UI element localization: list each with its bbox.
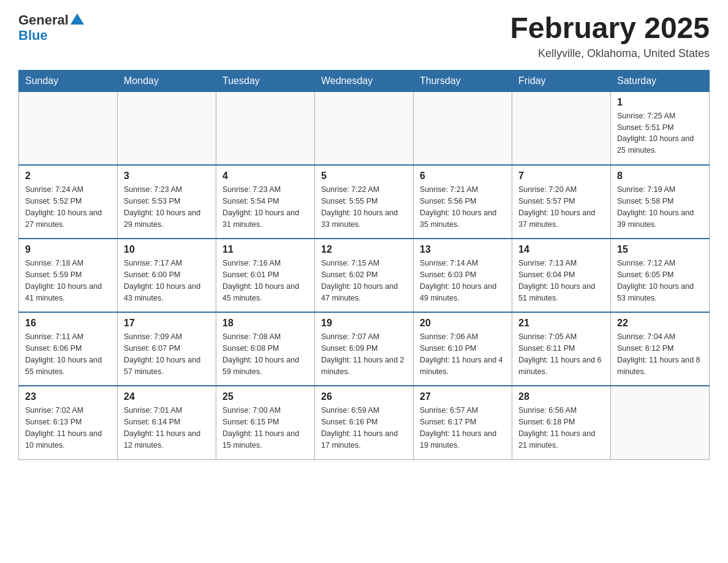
day-number: 7	[518, 170, 604, 182]
calendar-day-cell	[216, 91, 315, 165]
day-number: 15	[617, 244, 703, 255]
day-info: Sunrise: 7:24 AMSunset: 5:52 PMDaylight:…	[25, 184, 111, 230]
calendar-header-row: SundayMondayTuesdayWednesdayThursdayFrid…	[19, 70, 710, 91]
day-info: Sunrise: 7:14 AMSunset: 6:03 PMDaylight:…	[420, 258, 506, 304]
calendar-day-cell	[611, 386, 710, 459]
svg-marker-0	[70, 13, 84, 25]
calendar-day-cell: 9Sunrise: 7:18 AMSunset: 5:59 PMDaylight…	[19, 239, 118, 312]
day-info: Sunrise: 7:08 AMSunset: 6:08 PMDaylight:…	[222, 331, 308, 377]
day-info: Sunrise: 7:04 AMSunset: 6:12 PMDaylight:…	[617, 331, 703, 377]
day-info: Sunrise: 7:16 AMSunset: 6:01 PMDaylight:…	[222, 258, 308, 304]
day-number: 10	[124, 244, 210, 255]
day-info: Sunrise: 7:11 AMSunset: 6:06 PMDaylight:…	[25, 331, 111, 377]
calendar-day-cell: 26Sunrise: 6:59 AMSunset: 6:16 PMDayligh…	[315, 386, 414, 459]
calendar-day-cell: 22Sunrise: 7:04 AMSunset: 6:12 PMDayligh…	[611, 312, 710, 386]
header-saturday: Saturday	[611, 70, 710, 91]
day-number: 9	[25, 244, 111, 255]
calendar-day-cell: 8Sunrise: 7:19 AMSunset: 5:58 PMDaylight…	[611, 165, 710, 239]
calendar-week-row: 16Sunrise: 7:11 AMSunset: 6:06 PMDayligh…	[19, 312, 710, 386]
day-number: 28	[518, 391, 604, 402]
calendar-day-cell: 21Sunrise: 7:05 AMSunset: 6:11 PMDayligh…	[512, 312, 611, 386]
calendar-day-cell: 20Sunrise: 7:06 AMSunset: 6:10 PMDayligh…	[414, 312, 512, 386]
day-info: Sunrise: 7:17 AMSunset: 6:00 PMDaylight:…	[124, 258, 210, 304]
calendar-day-cell	[512, 91, 611, 165]
day-info: Sunrise: 7:09 AMSunset: 6:07 PMDaylight:…	[124, 331, 210, 377]
title-area: February 2025 Kellyville, Oklahoma, Unit…	[510, 12, 710, 60]
calendar-day-cell	[118, 91, 216, 165]
logo-text-blue: Blue	[18, 28, 48, 43]
day-info: Sunrise: 6:56 AMSunset: 6:18 PMDaylight:…	[518, 405, 604, 451]
calendar-day-cell	[414, 91, 512, 165]
day-number: 5	[321, 170, 407, 182]
calendar-day-cell: 1Sunrise: 7:25 AMSunset: 5:51 PMDaylight…	[611, 91, 710, 165]
calendar-day-cell: 27Sunrise: 6:57 AMSunset: 6:17 PMDayligh…	[414, 386, 512, 459]
day-info: Sunrise: 7:23 AMSunset: 5:54 PMDaylight:…	[222, 184, 308, 230]
calendar-day-cell: 14Sunrise: 7:13 AMSunset: 6:04 PMDayligh…	[512, 239, 611, 312]
header-wednesday: Wednesday	[315, 70, 414, 91]
calendar-day-cell: 19Sunrise: 7:07 AMSunset: 6:09 PMDayligh…	[315, 312, 414, 386]
calendar-day-cell: 24Sunrise: 7:01 AMSunset: 6:14 PMDayligh…	[118, 386, 216, 459]
day-info: Sunrise: 7:23 AMSunset: 5:53 PMDaylight:…	[124, 184, 210, 230]
day-info: Sunrise: 6:59 AMSunset: 6:16 PMDaylight:…	[321, 405, 407, 451]
day-number: 19	[321, 318, 407, 329]
day-number: 27	[420, 391, 506, 402]
calendar-day-cell: 25Sunrise: 7:00 AMSunset: 6:15 PMDayligh…	[216, 386, 315, 459]
day-info: Sunrise: 7:13 AMSunset: 6:04 PMDaylight:…	[518, 258, 604, 304]
calendar-day-cell: 2Sunrise: 7:24 AMSunset: 5:52 PMDaylight…	[19, 165, 118, 239]
day-number: 26	[321, 391, 407, 402]
day-info: Sunrise: 7:00 AMSunset: 6:15 PMDaylight:…	[222, 405, 308, 451]
day-info: Sunrise: 6:57 AMSunset: 6:17 PMDaylight:…	[420, 405, 506, 451]
calendar-week-row: 1Sunrise: 7:25 AMSunset: 5:51 PMDaylight…	[19, 91, 710, 165]
day-info: Sunrise: 7:25 AMSunset: 5:51 PMDaylight:…	[617, 110, 703, 156]
calendar-day-cell: 23Sunrise: 7:02 AMSunset: 6:13 PMDayligh…	[19, 386, 118, 459]
calendar-day-cell	[19, 91, 118, 165]
day-number: 18	[222, 318, 308, 329]
day-info: Sunrise: 7:05 AMSunset: 6:11 PMDaylight:…	[518, 331, 604, 377]
day-number: 12	[321, 244, 407, 255]
calendar-day-cell: 28Sunrise: 6:56 AMSunset: 6:18 PMDayligh…	[512, 386, 611, 459]
logo: General Blue	[18, 12, 84, 43]
calendar-day-cell: 5Sunrise: 7:22 AMSunset: 5:55 PMDaylight…	[315, 165, 414, 239]
header-tuesday: Tuesday	[216, 70, 315, 91]
calendar-day-cell: 18Sunrise: 7:08 AMSunset: 6:08 PMDayligh…	[216, 312, 315, 386]
calendar-day-cell: 10Sunrise: 7:17 AMSunset: 6:00 PMDayligh…	[118, 239, 216, 312]
day-number: 14	[518, 244, 604, 255]
header-thursday: Thursday	[414, 70, 512, 91]
day-number: 2	[25, 170, 111, 182]
header-friday: Friday	[512, 70, 611, 91]
day-number: 4	[222, 170, 308, 182]
day-info: Sunrise: 7:01 AMSunset: 6:14 PMDaylight:…	[124, 405, 210, 451]
day-number: 23	[25, 391, 111, 402]
calendar-week-row: 2Sunrise: 7:24 AMSunset: 5:52 PMDaylight…	[19, 165, 710, 239]
day-number: 16	[25, 318, 111, 329]
day-info: Sunrise: 7:21 AMSunset: 5:56 PMDaylight:…	[420, 184, 506, 230]
page-header: General Blue February 2025 Kellyville, O…	[18, 12, 710, 60]
day-info: Sunrise: 7:06 AMSunset: 6:10 PMDaylight:…	[420, 331, 506, 377]
calendar-week-row: 9Sunrise: 7:18 AMSunset: 5:59 PMDaylight…	[19, 239, 710, 312]
day-info: Sunrise: 7:19 AMSunset: 5:58 PMDaylight:…	[617, 184, 703, 230]
day-info: Sunrise: 7:22 AMSunset: 5:55 PMDaylight:…	[321, 184, 407, 230]
day-info: Sunrise: 7:07 AMSunset: 6:09 PMDaylight:…	[321, 331, 407, 377]
calendar-title: February 2025	[510, 12, 710, 45]
day-number: 20	[420, 318, 506, 329]
logo-triangle-icon	[70, 12, 84, 26]
calendar-day-cell: 6Sunrise: 7:21 AMSunset: 5:56 PMDaylight…	[414, 165, 512, 239]
header-monday: Monday	[118, 70, 216, 91]
day-number: 24	[124, 391, 210, 402]
calendar-day-cell: 7Sunrise: 7:20 AMSunset: 5:57 PMDaylight…	[512, 165, 611, 239]
calendar-day-cell: 15Sunrise: 7:12 AMSunset: 6:05 PMDayligh…	[611, 239, 710, 312]
calendar-week-row: 23Sunrise: 7:02 AMSunset: 6:13 PMDayligh…	[19, 386, 710, 459]
calendar-day-cell: 3Sunrise: 7:23 AMSunset: 5:53 PMDaylight…	[118, 165, 216, 239]
day-info: Sunrise: 7:18 AMSunset: 5:59 PMDaylight:…	[25, 258, 111, 304]
day-number: 1	[617, 97, 703, 108]
calendar-day-cell	[315, 91, 414, 165]
calendar-table: SundayMondayTuesdayWednesdayThursdayFrid…	[18, 70, 710, 460]
day-number: 21	[518, 318, 604, 329]
day-number: 25	[222, 391, 308, 402]
day-number: 8	[617, 170, 703, 182]
calendar-day-cell: 12Sunrise: 7:15 AMSunset: 6:02 PMDayligh…	[315, 239, 414, 312]
day-number: 22	[617, 318, 703, 329]
day-info: Sunrise: 7:20 AMSunset: 5:57 PMDaylight:…	[518, 184, 604, 230]
day-number: 17	[124, 318, 210, 329]
calendar-subtitle: Kellyville, Oklahoma, United States	[510, 47, 710, 60]
